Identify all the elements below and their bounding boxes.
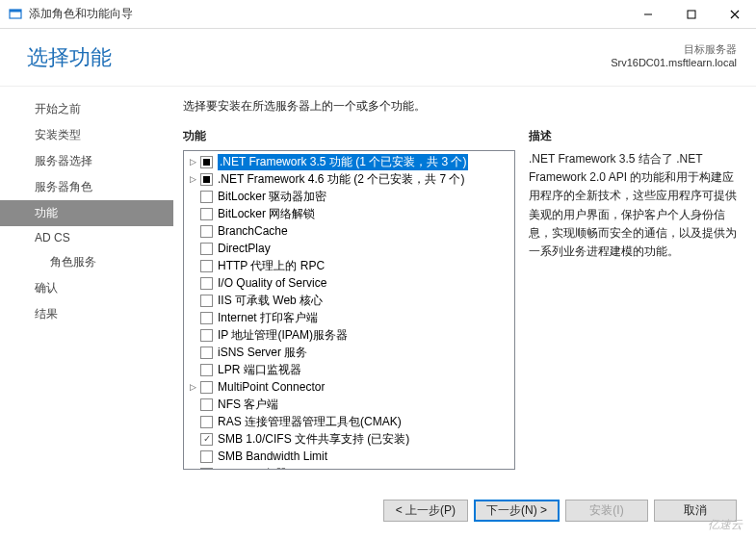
expander-icon[interactable]: ▷ (188, 174, 198, 185)
feature-checkbox[interactable] (200, 260, 213, 272)
description-text: .NET Framework 3.5 结合了 .NET Framework 2.… (529, 150, 739, 261)
feature-row[interactable]: ▷RAS 连接管理器管理工具包(CMAK) (184, 413, 514, 430)
feature-label: SMB 1.0/CIFS 文件共享支持 (已安装) (218, 431, 409, 448)
feature-checkbox[interactable] (200, 329, 213, 342)
feature-row[interactable]: ▷NFS 客户端 (184, 396, 514, 413)
feature-label: .NET Framework 4.6 功能 (2 个已安装，共 7 个) (218, 171, 464, 188)
feature-row[interactable]: ▷MultiPoint Connector (184, 378, 514, 396)
feature-checkbox[interactable] (200, 191, 213, 203)
feature-checkbox[interactable] (200, 381, 213, 394)
expander-icon[interactable]: ▷ (188, 382, 198, 393)
feature-label: BitLocker 网络解锁 (218, 206, 315, 222)
feature-row[interactable]: ▷BranchCache (184, 222, 514, 240)
feature-label: .NET Framework 3.5 功能 (1 个已安装，共 3 个) (218, 154, 468, 170)
feature-row[interactable]: ▷SMB Bandwidth Limit (184, 448, 514, 465)
feature-row[interactable]: ▷.NET Framework 3.5 功能 (1 个已安装，共 3 个) (184, 153, 514, 170)
next-button[interactable]: 下一步(N) > (474, 500, 560, 522)
feature-label: IP 地址管理(IPAM)服务器 (218, 327, 348, 344)
feature-label: SMB Bandwidth Limit (218, 449, 327, 463)
titlebar: 添加角色和功能向导 (0, 0, 756, 29)
app-icon (8, 7, 23, 22)
feature-row[interactable]: ▷IP 地址管理(IPAM)服务器 (184, 326, 514, 344)
feature-row[interactable]: ▷BitLocker 网络解锁 (184, 205, 514, 222)
feature-checkbox[interactable] (200, 416, 213, 428)
nav-item-4[interactable]: 功能 (0, 200, 173, 226)
feature-checkbox[interactable] (200, 277, 213, 290)
expander-icon[interactable]: ▷ (188, 157, 198, 167)
feature-checkbox[interactable] (200, 156, 213, 168)
feature-label: NFS 客户端 (218, 397, 278, 413)
feature-checkbox[interactable] (200, 364, 213, 376)
install-button[interactable]: 安装(I) (565, 500, 648, 522)
target-server-value: Srv16DC01.msftlearn.local (611, 57, 737, 68)
feature-row[interactable]: ▷DirectPlay (184, 240, 514, 257)
feature-row[interactable]: ▷IIS 可承载 Web 核心 (184, 292, 514, 309)
wizard-buttons: < 上一步(P) 下一步(N) > 安装(I) 取消 (383, 500, 737, 522)
feature-label: IIS 可承载 Web 核心 (218, 293, 323, 309)
window-title: 添加角色和功能向导 (29, 6, 626, 22)
nav-item-7[interactable]: 确认 (0, 275, 173, 301)
feature-row[interactable]: ▷HTTP 代理上的 RPC (184, 257, 514, 274)
feature-row[interactable]: ▷LPR 端口监视器 (184, 361, 514, 378)
feature-checkbox[interactable] (200, 398, 213, 411)
svg-rect-1 (10, 10, 21, 13)
nav-item-0[interactable]: 开始之前 (0, 96, 173, 122)
feature-checkbox[interactable] (200, 346, 213, 359)
feature-checkbox[interactable] (200, 173, 213, 186)
feature-checkbox[interactable] (200, 468, 213, 471)
feature-checkbox[interactable] (200, 208, 213, 220)
nav-item-2[interactable]: 服务器选择 (0, 148, 173, 174)
feature-row[interactable]: ▷BitLocker 驱动器加密 (184, 188, 514, 205)
page-title: 选择功能 (27, 43, 112, 72)
svg-rect-3 (688, 11, 695, 18)
feature-label: I/O Quality of Service (218, 276, 326, 290)
nav-item-3[interactable]: 服务器角色 (0, 174, 173, 200)
feature-checkbox[interactable] (200, 295, 213, 307)
cancel-button[interactable]: 取消 (654, 500, 737, 522)
window-controls (626, 0, 756, 28)
feature-checkbox[interactable] (200, 450, 213, 463)
feature-checkbox[interactable] (200, 312, 213, 324)
feature-label: DirectPlay (218, 242, 271, 255)
feature-label: iSNS Server 服务 (218, 345, 307, 361)
feature-checkbox[interactable] (200, 243, 213, 255)
wizard-body: 开始之前安装类型服务器选择服务器角色功能AD CS角色服务确认结果 选择要安装在… (0, 87, 756, 491)
minimize-button[interactable] (626, 0, 669, 29)
nav-item-5[interactable]: AD CS (0, 226, 173, 249)
nav-item-1[interactable]: 安装类型 (0, 122, 173, 148)
feature-label: HTTP 代理上的 RPC (218, 258, 325, 274)
wizard-header: 选择功能 目标服务器 Srv16DC01.msftlearn.local (0, 29, 756, 87)
feature-label: MultiPoint Connector (218, 380, 325, 394)
features-tree[interactable]: ▷.NET Framework 3.5 功能 (1 个已安装，共 3 个)▷.N… (183, 150, 515, 470)
description-heading: 描述 (529, 128, 739, 144)
feature-row[interactable]: ▷SMB 1.0/CIFS 文件共享支持 (已安装) (184, 430, 514, 448)
feature-row[interactable]: ▷I/O Quality of Service (184, 274, 514, 292)
previous-button[interactable]: < 上一步(P) (383, 500, 468, 522)
feature-checkbox[interactable] (200, 433, 213, 446)
feature-row[interactable]: ▷iSNS Server 服务 (184, 344, 514, 361)
nav-item-8[interactable]: 结果 (0, 301, 173, 327)
maximize-button[interactable] (669, 0, 713, 29)
feature-checkbox[interactable] (200, 225, 213, 238)
instruction-text: 选择要安装在所选服务器上的一个或多个功能。 (183, 98, 739, 115)
target-server-label: 目标服务器 (611, 42, 737, 57)
wizard-nav: 开始之前安装类型服务器选择服务器角色功能AD CS角色服务确认结果 (0, 87, 173, 491)
close-button[interactable] (713, 0, 756, 29)
feature-label: BitLocker 驱动器加密 (218, 189, 326, 205)
feature-label: RAS 连接管理器管理工具包(CMAK) (218, 414, 402, 430)
feature-label: BranchCache (218, 224, 288, 238)
content-area: 选择要安装在所选服务器上的一个或多个功能。 功能 ▷.NET Framework… (173, 87, 756, 491)
feature-label: LPR 端口监视器 (218, 362, 301, 378)
features-heading: 功能 (183, 128, 515, 144)
target-server-info: 目标服务器 Srv16DC01.msftlearn.local (611, 42, 737, 68)
feature-label: Internet 打印客户端 (218, 310, 318, 326)
feature-label: SMTP 服务器 (218, 466, 287, 471)
feature-row[interactable]: ▷.NET Framework 4.6 功能 (2 个已安装，共 7 个) (184, 170, 514, 188)
feature-row[interactable]: ▷SMTP 服务器 (184, 465, 514, 470)
feature-row[interactable]: ▷Internet 打印客户端 (184, 309, 514, 326)
nav-item-6[interactable]: 角色服务 (0, 249, 173, 275)
